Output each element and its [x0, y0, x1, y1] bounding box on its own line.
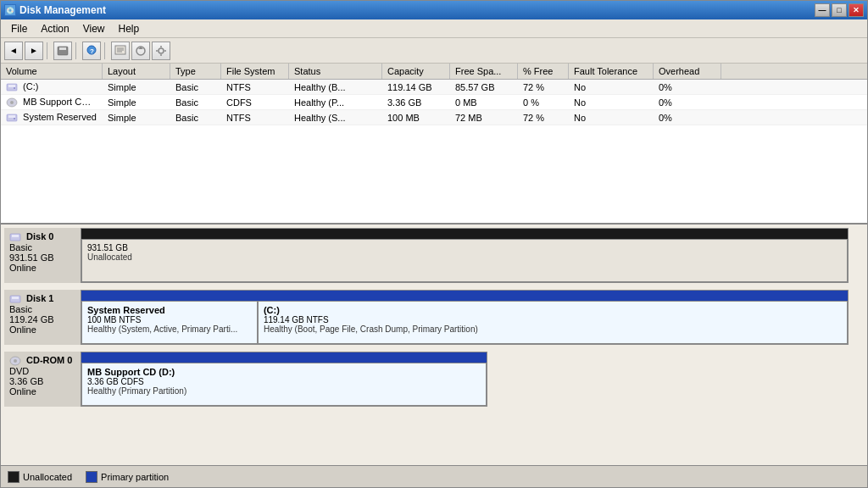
cell-fault-2: No [569, 111, 654, 125]
window-title: Disk Management [19, 4, 106, 16]
col-header-overhead[interactable]: Overhead [654, 64, 721, 79]
list-row[interactable]: (C:) Simple Basic NTFS Healthy (B... 119… [1, 80, 867, 95]
disk-1-partition-0[interactable]: System Reserved 100 MB NTFS Healthy (Sys… [81, 301, 258, 344]
cell-volume-1: MB Support CD (D:) [1, 95, 103, 109]
list-row[interactable]: System Reserved Simple Basic NTFS Health… [1, 110, 867, 125]
cell-type-2: Basic [170, 111, 221, 125]
disk-row-cdrom: CD-ROM 0 DVD 3.36 GB Online MB Support C… [4, 352, 864, 407]
cell-volume-0: (C:) [1, 80, 103, 94]
cell-capacity-2: 100 MB [382, 111, 450, 125]
cdrom-header [81, 352, 487, 363]
legend-primary: Primary partition [86, 471, 169, 483]
list-row[interactable]: MB Support CD (D:) Simple Basic CDFS Hea… [1, 95, 867, 110]
col-header-freespace[interactable]: Free Spa... [450, 64, 518, 79]
svg-rect-25 [12, 297, 19, 299]
col-header-freepct[interactable]: % Free [518, 64, 569, 79]
help-button[interactable]: ? [82, 42, 101, 60]
cell-capacity-0: 119.14 GB [382, 80, 450, 94]
disk-name-0: Disk 0 [9, 231, 75, 242]
disk-0-header [81, 229, 848, 239]
disk-1-partition-1[interactable]: (C:) 119.14 GB NTFS Healthy (Boot, Page … [258, 301, 848, 344]
svg-rect-16 [14, 87, 15, 89]
cell-fault-0: No [569, 80, 654, 94]
disk-button[interactable] [53, 42, 72, 60]
disk-row-1: Disk 1 Basic 119.24 GB Online System Res… [4, 290, 864, 345]
title-buttons: — □ ✕ [815, 3, 864, 17]
cdrom-partitions: MB Support CD (D:) 3.36 GB CDFS Healthy … [81, 352, 487, 407]
svg-rect-20 [8, 115, 15, 118]
list-header: Volume Layout Type File System Status Ca… [1, 64, 867, 80]
col-header-layout[interactable]: Layout [103, 64, 170, 79]
minimize-button[interactable]: — [815, 3, 830, 17]
toolbar-sep-1 [47, 42, 50, 59]
list-view: Volume Layout Type File System Status Ca… [1, 64, 867, 225]
toolbar-sep-2 [75, 42, 79, 59]
cell-fs-2: NTFS [221, 111, 289, 125]
cell-overhead-2: 0% [654, 111, 721, 125]
cell-type-0: Basic [170, 80, 221, 94]
cell-freespace-2: 72 MB [450, 111, 518, 125]
legend: Unallocated Primary partition [1, 465, 867, 487]
col-header-fault[interactable]: Fault Tolerance [569, 64, 654, 79]
cell-layout-0: Simple [103, 80, 170, 94]
svg-text:?: ? [90, 47, 94, 55]
cell-freepct-2: 72 % [518, 111, 569, 125]
toolbar-sep-3 [104, 42, 108, 59]
disk-1-partitions: System Reserved 100 MB NTFS Healthy (Sys… [81, 290, 849, 345]
svg-rect-23 [12, 235, 19, 237]
svg-point-18 [10, 101, 14, 104]
cell-status-0: Healthy (B... [289, 80, 382, 94]
disk-management-window: 💿 Disk Management — □ ✕ File Action View… [0, 0, 868, 488]
cell-layout-1: Simple [103, 96, 170, 109]
cdrom-partition-0[interactable]: MB Support CD (D:) 3.36 GB CDFS Healthy … [81, 363, 487, 406]
cell-fs-0: NTFS [221, 80, 289, 94]
col-header-capacity[interactable]: Capacity [382, 64, 450, 79]
col-header-fs[interactable]: File System [221, 64, 289, 79]
col-header-status[interactable]: Status [289, 64, 382, 79]
cell-overhead-0: 0% [654, 80, 721, 94]
cell-fault-1: No [569, 96, 654, 109]
menu-file[interactable]: File [4, 21, 34, 36]
disk-name-1: Disk 1 [9, 293, 75, 304]
disk-view: Disk 0 Basic 931.51 GB Online 931.51 GB … [1, 225, 867, 465]
col-header-volume[interactable]: Volume [1, 64, 103, 79]
cell-status-1: Healthy (P... [289, 96, 382, 109]
settings-button[interactable] [152, 42, 170, 60]
title-bar-left: 💿 Disk Management [4, 4, 106, 16]
cell-freepct-0: 72 % [518, 80, 569, 94]
disk-label-1: Disk 1 Basic 119.24 GB Online [4, 290, 81, 345]
close-button[interactable]: ✕ [849, 3, 864, 17]
cell-fs-1: CDFS [221, 96, 289, 109]
cell-status-2: Healthy (S... [289, 111, 382, 125]
disk-row-0: Disk 0 Basic 931.51 GB Online 931.51 GB … [4, 228, 864, 283]
menu-view[interactable]: View [76, 21, 112, 36]
svg-rect-15 [8, 85, 15, 87]
svg-point-9 [159, 48, 164, 53]
disk-0-body: 931.51 GB Unallocated [81, 239, 848, 282]
cell-type-1: Basic [170, 96, 221, 109]
menu-help[interactable]: Help [112, 21, 147, 36]
disk-1-header [81, 291, 848, 301]
toolbar: ◄ ► ? [1, 38, 867, 64]
disk-0-partitions: 931.51 GB Unallocated [81, 228, 849, 283]
maximize-button[interactable]: □ [832, 3, 847, 17]
main-content: Volume Layout Type File System Status Ca… [1, 64, 867, 465]
legend-box-unallocated [8, 471, 19, 483]
cell-capacity-1: 3.36 GB [382, 96, 450, 109]
legend-box-primary [86, 471, 97, 483]
forward-button[interactable]: ► [25, 42, 43, 60]
disk-0-partition-0[interactable]: 931.51 GB Unallocated [81, 239, 848, 282]
cell-freespace-1: 0 MB [450, 96, 518, 109]
back-button[interactable]: ◄ [4, 42, 23, 60]
menu-bar: File Action View Help [1, 19, 867, 38]
menu-action[interactable]: Action [34, 21, 75, 36]
col-header-type[interactable]: Type [170, 64, 221, 79]
window-icon: 💿 [4, 4, 16, 16]
cell-freepct-1: 0 % [518, 96, 569, 109]
title-bar: 💿 Disk Management — □ ✕ [1, 1, 867, 19]
properties-button[interactable] [111, 42, 130, 60]
refresh-button[interactable] [131, 42, 150, 60]
legend-unallocated: Unallocated [8, 471, 72, 483]
cell-layout-2: Simple [103, 111, 170, 125]
cell-volume-2: System Reserved [1, 110, 103, 125]
